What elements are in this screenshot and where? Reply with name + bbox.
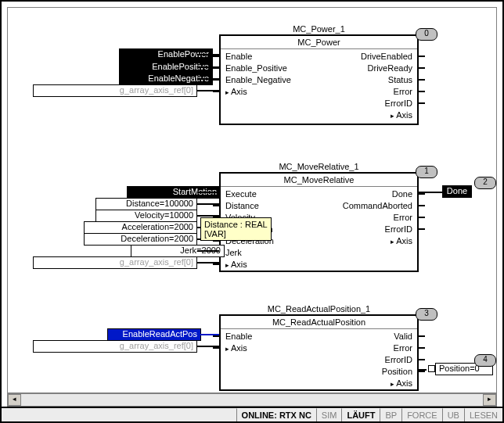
tag-enable-read[interactable]: EnableReadActPos xyxy=(107,328,201,341)
pin-enable-negative: Enable_Negative xyxy=(225,74,291,86)
pin-error: Error xyxy=(382,342,412,354)
fb-instance-name: MC_Power_1 xyxy=(221,24,417,34)
pin-enable: Enable xyxy=(225,331,252,342)
status-ub[interactable]: UB xyxy=(442,408,464,421)
block-id-0[interactable]: 0 xyxy=(416,28,437,41)
block-id-1[interactable]: 1 xyxy=(416,166,437,178)
app-frame: MC_Power_1 MC_Power Enable Enable_Positi… xyxy=(0,0,504,423)
pin-axis: Axis xyxy=(225,259,274,271)
pin-axis: Axis xyxy=(225,86,291,98)
pin-axis-out: Axis xyxy=(382,378,412,389)
pin-enable-positive: Enable_Positive xyxy=(225,63,291,74)
scroll-right-button[interactable]: ▸ xyxy=(483,394,496,406)
block-id-2[interactable]: 2 xyxy=(474,177,496,189)
fb-type-name: MC_Power xyxy=(221,36,417,49)
tooltip-line1: Distance : REAL xyxy=(204,220,268,229)
status-run[interactable]: LÄUFT xyxy=(341,408,380,421)
tag-done-output[interactable]: Done xyxy=(442,185,472,198)
pin-errorid: ErrorID xyxy=(343,224,412,235)
status-sim[interactable]: SIM xyxy=(316,408,342,421)
block-id-4[interactable]: 4 xyxy=(474,354,496,367)
pin-distance: Distance xyxy=(225,200,274,212)
tooltip-distance: Distance : REAL [VAR] xyxy=(200,217,272,241)
pin-axis-out: Axis xyxy=(361,109,412,121)
pin-axis: Axis xyxy=(225,342,252,354)
out-marker-icon xyxy=(428,365,435,372)
pin-execute: Execute xyxy=(225,188,274,200)
pin-errorid: ErrorID xyxy=(382,354,412,366)
pin-errorid: ErrorID xyxy=(361,98,412,109)
fb-instance-name: MC_MoveRelative_1 xyxy=(221,162,417,171)
status-bar: ONLINE: RTX NC SIM LÄUFT BP FORCE UB LES… xyxy=(2,407,502,421)
scroll-track[interactable] xyxy=(21,394,483,406)
pin-position: Position xyxy=(382,366,412,378)
pin-done: Done xyxy=(343,188,412,200)
tooltip-line2: [VAR] xyxy=(204,229,268,238)
pin-commandaborted: CommandAborted xyxy=(343,200,412,212)
tag-axis-ref-2[interactable]: g_array_axis_ref[0] xyxy=(33,256,197,269)
status-lesen[interactable]: LESEN xyxy=(464,408,502,421)
tag-velocity[interactable]: Velocity=10000 xyxy=(95,210,197,222)
scroll-left-button[interactable]: ◂ xyxy=(8,394,21,406)
block-id-3[interactable]: 3 xyxy=(416,308,437,321)
pin-valid: Valid xyxy=(382,331,412,342)
pin-driveready: DriveReady xyxy=(361,63,412,74)
pin-error: Error xyxy=(361,86,412,98)
tag-deceleration[interactable]: Deceleration=2000 xyxy=(84,233,197,246)
pin-jerk: Jerk xyxy=(225,247,274,259)
pin-enable: Enable xyxy=(225,51,291,63)
tag-distance[interactable]: Distance=100000 xyxy=(95,198,197,210)
pin-status: Status xyxy=(361,74,412,86)
fb-type-name: MC_ReadActualPosition xyxy=(221,316,417,329)
status-force[interactable]: FORCE xyxy=(401,408,442,421)
tag-acceleration[interactable]: Acceleration=2000 xyxy=(84,221,197,234)
tag-axis-ref-1[interactable]: g_array_axis_ref[0] xyxy=(33,84,197,97)
status-online[interactable]: ONLINE: RTX NC xyxy=(236,408,316,421)
pin-driveenabled: DriveEnabled xyxy=(361,51,412,63)
tag-axis-ref-3[interactable]: g_array_axis_ref[0] xyxy=(33,340,197,353)
fb-instance-name: MC_ReadActualPosition_1 xyxy=(221,304,417,314)
status-bp[interactable]: BP xyxy=(380,408,401,421)
diagram-canvas[interactable]: MC_Power_1 MC_Power Enable Enable_Positi… xyxy=(7,7,497,393)
diagram-area: MC_Power_1 MC_Power Enable Enable_Positi… xyxy=(9,9,495,391)
pin-axis-out: Axis xyxy=(343,235,412,247)
horizontal-scrollbar[interactable]: ◂ ▸ xyxy=(7,393,497,407)
fb-mc-readactualposition[interactable]: MC_ReadActualPosition_1 MC_ReadActualPos… xyxy=(219,314,419,391)
fb-type-name: MC_MoveRelative xyxy=(221,174,417,187)
pin-error: Error xyxy=(343,212,412,224)
fb-mc-power[interactable]: MC_Power_1 MC_Power Enable Enable_Positi… xyxy=(219,34,419,125)
